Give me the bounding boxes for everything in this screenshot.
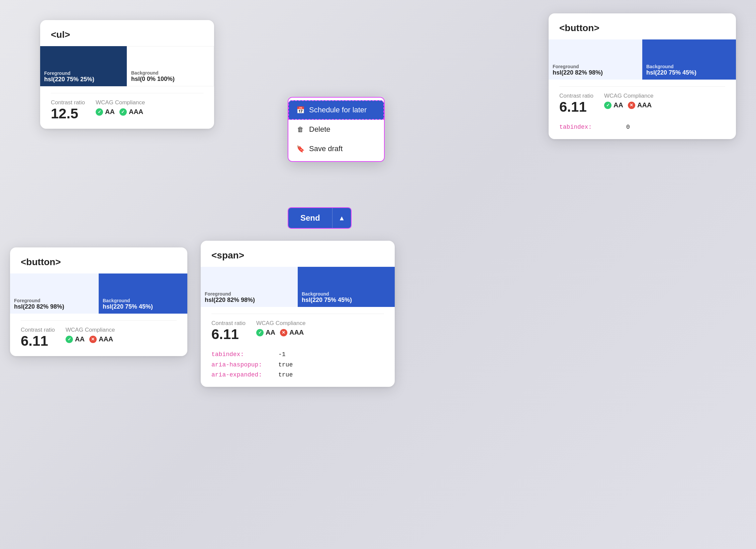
ul-aaa-check-icon: ✓ xyxy=(119,108,127,116)
span-expanded-val: true xyxy=(278,370,293,380)
ul-aa-check-icon: ✓ xyxy=(96,108,103,116)
span-bg-swatch: Background hsl(220 75% 45%) xyxy=(298,267,395,307)
chevron-up-icon: ▲ xyxy=(339,214,345,222)
btn-top-bg-label: Background xyxy=(646,64,696,69)
btn-bot-aaa-badge: ✕ AAA xyxy=(89,335,113,343)
btn-top-tabindex-val: 0 xyxy=(626,122,630,132)
span-haspopup-key: aria-haspopup: xyxy=(211,360,272,370)
btn-bot-bg-value: hsl(220 75% 45%) xyxy=(103,303,153,310)
btn-top-wcag-label: WCAG Compliance xyxy=(604,93,653,99)
span-card: <span> Foreground hsl(220 82% 98%) Backg… xyxy=(201,241,395,387)
btn-bot-aa-icon: ✓ xyxy=(66,336,73,343)
span-tabindex-val: -1 xyxy=(278,349,286,360)
ul-card-tag: <ul> xyxy=(40,20,214,40)
button-bottom-card-tag: <button> xyxy=(10,247,187,267)
ul-contrast-label: Contrast ratio xyxy=(51,99,85,106)
btn-bot-wcag-block: WCAG Compliance ✓ AA ✕ AAA xyxy=(66,327,115,343)
span-bg-label: Background xyxy=(302,291,352,297)
btn-top-attr-row: tabindex: 0 xyxy=(549,122,736,139)
btn-top-contrast-value: 6.11 xyxy=(559,100,593,114)
span-fg-value: hsl(220 82% 98%) xyxy=(205,297,255,304)
ul-wcag-block: WCAG Compliance ✓ AA ✓ AAA xyxy=(96,99,145,116)
dropdown-item-delete[interactable]: 🗑 Delete xyxy=(288,120,384,139)
btn-top-bg-value: hsl(220 75% 45%) xyxy=(646,69,696,76)
btn-top-contrast-label: Contrast ratio xyxy=(559,93,593,99)
ul-card: <ul> Foreground hsl(220 75% 25%) Backgro… xyxy=(40,20,214,129)
button-top-fg-swatch: Foreground hsl(220 82% 98%) xyxy=(549,39,642,80)
ul-wcag-label: WCAG Compliance xyxy=(96,99,145,106)
bookmark-icon: 🔖 xyxy=(296,145,304,153)
span-contrast-value: 6.11 xyxy=(211,327,246,341)
ul-contrast-block: Contrast ratio 12.5 xyxy=(51,99,85,121)
span-contrast-label: Contrast ratio xyxy=(211,320,246,327)
span-expanded-key: aria-expanded: xyxy=(211,370,272,380)
span-attr-row: tabindex: -1 aria-haspopup: true aria-ex… xyxy=(201,349,395,387)
button-top-card: <button> Foreground hsl(220 82% 98%) Bac… xyxy=(549,13,736,139)
ul-bg-label: Background xyxy=(131,70,175,76)
span-wcag-label: WCAG Compliance xyxy=(256,320,305,327)
btn-bot-fg-label: Foreground xyxy=(14,298,64,303)
btn-bot-aa-badge: ✓ AA xyxy=(66,335,85,343)
btn-top-aa-badge: ✓ AA xyxy=(604,101,623,109)
ul-foreground-swatch: Foreground hsl(220 75% 25%) xyxy=(40,46,127,86)
dropdown-menu: 📅 Schedule for later 🗑 Delete 🔖 Save dra… xyxy=(288,97,385,162)
ul-aa-badge: ✓ AA xyxy=(96,108,115,116)
span-fg-swatch: Foreground hsl(220 82% 98%) xyxy=(201,267,298,307)
span-tabindex-key: tabindex: xyxy=(211,349,272,360)
span-tabindex-line: tabindex: -1 xyxy=(211,349,384,360)
btn-bot-contrast-value: 6.11 xyxy=(21,334,55,348)
button-top-card-tag: <button> xyxy=(549,13,736,33)
span-card-tag: <span> xyxy=(201,241,395,261)
btn-bot-contrast-block: Contrast ratio 6.11 xyxy=(21,327,55,348)
calendar-icon: 📅 xyxy=(296,106,304,114)
send-button-group[interactable]: Send ▲ xyxy=(288,207,352,229)
btn-bot-aaa-icon: ✕ xyxy=(89,336,97,343)
btn-top-aaa-badge: ✕ AAA xyxy=(628,101,652,109)
span-aa-icon: ✓ xyxy=(256,329,264,336)
dropdown-item-save-draft[interactable]: 🔖 Save draft xyxy=(288,139,384,158)
span-wcag-block: WCAG Compliance ✓ AA ✕ AAA xyxy=(256,320,305,336)
span-haspopup-val: true xyxy=(278,360,293,370)
btn-bot-fg-value: hsl(220 82% 98%) xyxy=(14,303,64,310)
ul-bg-value: hsl(0 0% 100%) xyxy=(131,76,175,83)
delete-label: Delete xyxy=(309,125,330,134)
btn-bot-bg-swatch: Background hsl(220 75% 45%) xyxy=(99,273,187,314)
span-aa-badge: ✓ AA xyxy=(256,329,275,336)
btn-bot-bg-label: Background xyxy=(103,298,153,303)
send-button[interactable]: Send xyxy=(288,208,332,228)
btn-top-aaa-icon: ✕ xyxy=(628,102,635,109)
btn-top-fg-value: hsl(220 82% 98%) xyxy=(553,69,603,76)
span-aaa-badge: ✕ AAA xyxy=(280,329,304,336)
btn-top-aa-icon: ✓ xyxy=(604,102,611,109)
btn-bot-contrast-label: Contrast ratio xyxy=(21,327,55,333)
send-chevron-button[interactable]: ▲ xyxy=(332,208,351,228)
btn-bot-fg-swatch: Foreground hsl(220 82% 98%) xyxy=(10,273,99,314)
span-contrast-block: Contrast ratio 6.11 xyxy=(211,320,246,341)
span-bg-value: hsl(220 75% 45%) xyxy=(302,297,352,304)
dropdown-item-schedule[interactable]: 📅 Schedule for later xyxy=(288,100,384,120)
span-expanded-line: aria-expanded: true xyxy=(211,370,384,380)
ul-fg-value: hsl(220 75% 25%) xyxy=(44,76,94,83)
ul-fg-label: Foreground xyxy=(44,71,94,76)
ul-contrast-value: 12.5 xyxy=(51,107,85,121)
btn-top-wcag-block: WCAG Compliance ✓ AA ✕ AAA xyxy=(604,93,653,109)
btn-bot-wcag-label: WCAG Compliance xyxy=(66,327,115,333)
button-top-bg-swatch: Background hsl(220 75% 45%) xyxy=(642,39,736,80)
button-bottom-card: <button> Foreground hsl(220 82% 98%) Bac… xyxy=(10,247,187,356)
span-haspopup-line: aria-haspopup: true xyxy=(211,360,384,370)
ul-aaa-badge: ✓ AAA xyxy=(119,108,143,116)
btn-top-tabindex-key: tabindex: xyxy=(559,122,620,132)
trash-icon: 🗑 xyxy=(296,126,304,133)
btn-top-fg-label: Foreground xyxy=(553,64,603,69)
span-fg-label: Foreground xyxy=(205,291,255,297)
span-aaa-icon: ✕ xyxy=(280,329,287,336)
save-draft-label: Save draft xyxy=(309,144,343,153)
ul-background-swatch: Background hsl(0 0% 100%) xyxy=(127,46,214,86)
btn-top-contrast-block: Contrast ratio 6.11 xyxy=(559,93,593,114)
schedule-label: Schedule for later xyxy=(309,106,367,114)
